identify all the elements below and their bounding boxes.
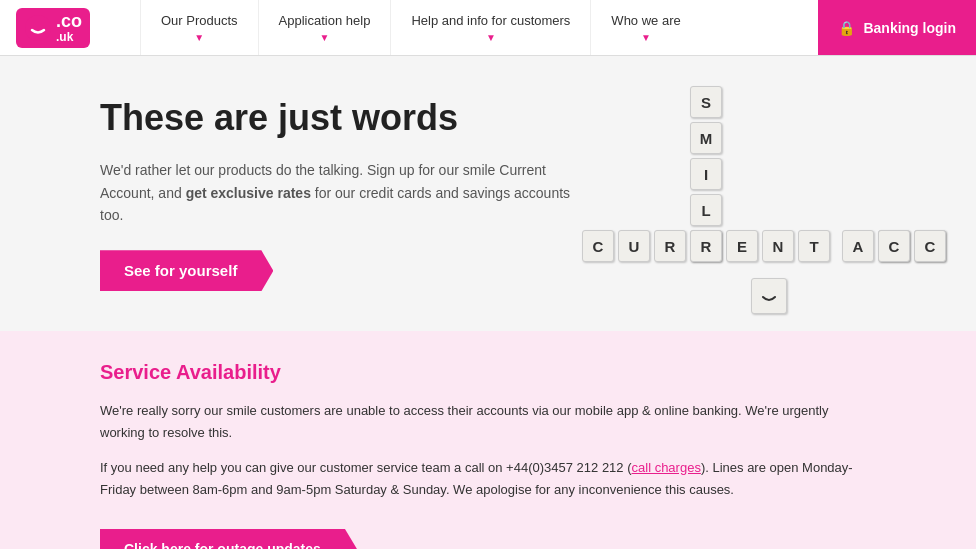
smile-tile xyxy=(751,278,787,314)
chevron-down-icon: ▼ xyxy=(641,32,651,43)
scrabble-visual: S M I L E C U R R E N T A C C C xyxy=(580,86,896,286)
tile-c3-account: C xyxy=(914,230,946,262)
hero-subtitle: We'd rather let our products do the talk… xyxy=(100,159,580,226)
tile-n-current: N xyxy=(762,230,794,262)
logo-co-text: .co xyxy=(56,12,82,30)
chevron-down-icon: ▼ xyxy=(486,32,496,43)
hero-subtitle-bold: get exclusive rates xyxy=(186,185,311,201)
service-section: Service Availability We're really sorry … xyxy=(0,331,976,549)
tile-u-current: U xyxy=(618,230,650,262)
outage-updates-button[interactable]: Click here for outage updates xyxy=(100,529,357,549)
outage-btn-label: Click here for outage updates xyxy=(124,541,321,549)
tile-c-current: C xyxy=(582,230,614,262)
nav-item-products[interactable]: Our Products ▼ xyxy=(140,0,258,55)
hero-title: These are just words xyxy=(100,96,580,139)
logo-uk-text: .uk xyxy=(56,30,82,44)
nav-label-application-help: Application help xyxy=(279,13,371,28)
call-charges-link[interactable]: call charges xyxy=(632,460,701,475)
cta-label: See for yourself xyxy=(124,262,237,279)
hero-content: These are just words We'd rather let our… xyxy=(100,96,580,291)
svg-point-0 xyxy=(25,15,51,41)
tile-l: L xyxy=(690,194,722,226)
main-nav: Our Products ▼ Application help ▼ Help a… xyxy=(140,0,818,55)
tile-i: I xyxy=(690,158,722,190)
tile-c2-account-fill: C xyxy=(878,230,910,262)
service-text1: We're really sorry our smile customers a… xyxy=(100,400,876,444)
header: .co .uk Our Products ▼ Application help … xyxy=(0,0,976,56)
chevron-down-icon: ▼ xyxy=(320,32,330,43)
nav-item-help-info[interactable]: Help and info for customers ▼ xyxy=(390,0,590,55)
tile-t-current: T xyxy=(798,230,830,262)
lock-icon: 🔒 xyxy=(838,20,855,36)
nav-item-who-we-are[interactable]: Who we are ▼ xyxy=(590,0,700,55)
nav-label-help-info: Help and info for customers xyxy=(411,13,570,28)
logo[interactable]: .co .uk xyxy=(0,0,140,55)
nav-label-products: Our Products xyxy=(161,13,238,28)
service-title: Service Availability xyxy=(100,361,876,384)
tile-r2-current: R xyxy=(690,230,722,262)
tile-s: S xyxy=(690,86,722,118)
smile-face-icon xyxy=(24,14,52,42)
service-text2: If you need any help you can give our cu… xyxy=(100,457,876,501)
hero-section: These are just words We'd rather let our… xyxy=(0,56,976,331)
banking-login-button[interactable]: 🔒 Banking login xyxy=(818,0,976,55)
nav-item-application-help[interactable]: Application help ▼ xyxy=(258,0,391,55)
logo-box: .co .uk xyxy=(16,8,90,48)
service-text2-part1: If you need any help you can give our cu… xyxy=(100,460,632,475)
tile-r1-current: R xyxy=(654,230,686,262)
chevron-down-icon: ▼ xyxy=(194,32,204,43)
nav-label-who-we-are: Who we are xyxy=(611,13,680,28)
see-for-yourself-button[interactable]: See for yourself xyxy=(100,250,273,291)
banking-login-label: Banking login xyxy=(863,20,956,36)
tile-m: M xyxy=(690,122,722,154)
tile-a-account: A xyxy=(842,230,874,262)
tile-e-current: E xyxy=(726,230,758,262)
